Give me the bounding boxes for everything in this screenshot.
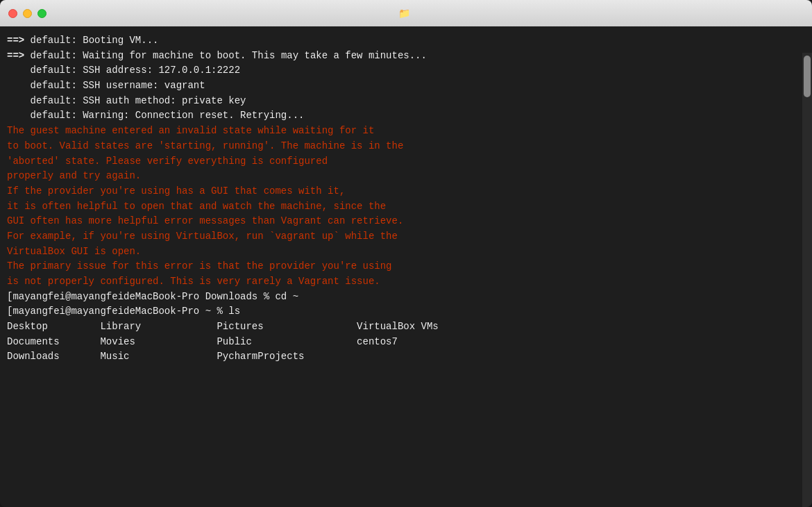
terminal-line: For example, if you're using VirtualBox,… (7, 229, 791, 244)
terminal-line: default: SSH username: vagrant (7, 78, 791, 94)
terminal-line: to boot. Valid states are 'starting, run… (7, 139, 791, 154)
terminal-line: ==> default: Booting VM... (7, 33, 791, 49)
ls-row: Desktop Library Pictures VirtualBox VMs (7, 319, 791, 335)
titlebar: 📁 (0, 0, 812, 26)
terminal-body[interactable]: ==> default: Booting VM...==> default: W… (0, 26, 802, 507)
terminal-line: GUI often has more helpful error message… (7, 214, 791, 229)
terminal-line: If the provider you're using has a GUI t… (7, 184, 791, 199)
terminal-line: default: Warning: Connection reset. Retr… (7, 108, 791, 124)
terminal-line: The guest machine entered an invalid sta… (7, 124, 791, 139)
terminal-line: default: SSH address: 127.0.0.1:2222 (7, 63, 791, 78)
terminal-line: is not properly configured. This is very… (7, 274, 791, 290)
terminal-line: default: SSH auth method: private key (7, 94, 791, 109)
folder-icon: 📁 (398, 8, 410, 19)
terminal-line: properly and try again. (7, 169, 791, 184)
close-button[interactable] (8, 9, 17, 18)
terminal-line: VirtualBox GUI is open. (7, 244, 791, 260)
terminal-line: it is often helpful to open that and wat… (7, 199, 791, 215)
terminal-line: [mayangfei@mayangfeideMacBook-Pro Downlo… (7, 290, 791, 305)
terminal-line: ==> default: Waiting for machine to boot… (7, 49, 791, 64)
scrollbar-track[interactable] (802, 53, 812, 507)
traffic-lights (8, 9, 46, 18)
scrollbar-thumb[interactable] (804, 56, 811, 97)
minimize-button[interactable] (23, 9, 32, 18)
terminal-window: 📁 ==> default: Booting VM...==> default:… (0, 0, 812, 507)
window-title: 📁 (398, 8, 414, 19)
ls-row: Downloads Music PycharmProjects (7, 349, 791, 365)
terminal-line: 'aborted' state. Please verify everythin… (7, 154, 791, 169)
ls-row: Documents Movies Public centos7 (7, 335, 791, 350)
terminal-line: [mayangfei@mayangfeideMacBook-Pro ~ % ls (7, 304, 791, 319)
maximize-button[interactable] (37, 9, 46, 18)
terminal-line: The primary issue for this error is that… (7, 259, 791, 274)
